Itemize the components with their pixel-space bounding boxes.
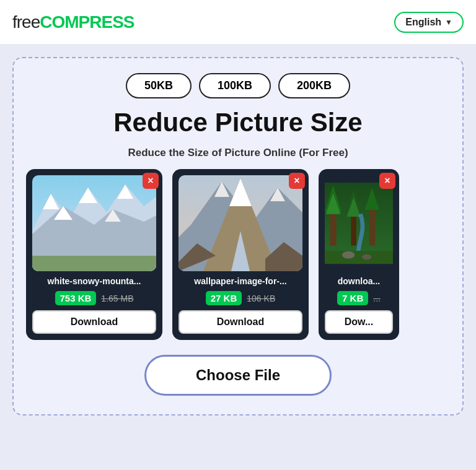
card-image-3 bbox=[325, 175, 393, 271]
image-card-1: × bbox=[26, 169, 162, 340]
upload-container: 50KB 100KB 200KB Reduce Picture Size Red… bbox=[12, 57, 464, 416]
close-button-2[interactable]: × bbox=[289, 173, 305, 189]
download-button-3[interactable]: Dow... bbox=[325, 310, 393, 334]
page-title: Reduce Picture Size bbox=[113, 108, 362, 137]
size-old-1: 1.65 MB bbox=[101, 294, 133, 303]
svg-rect-8 bbox=[32, 256, 156, 271]
preset-200kb-button[interactable]: 200KB bbox=[278, 73, 350, 98]
size-presets-row: 50KB 100KB 200KB bbox=[126, 73, 350, 98]
image-card-3: × bbox=[319, 169, 399, 340]
size-old-3: ... bbox=[373, 294, 381, 303]
choose-file-button[interactable]: Choose File bbox=[144, 355, 332, 396]
size-new-3: 7 KB bbox=[337, 291, 368, 305]
card-filename-1: white-snowy-mounta... bbox=[32, 276, 156, 286]
main-area: 50KB 100KB 200KB Reduce Picture Size Red… bbox=[0, 45, 476, 470]
svg-point-29 bbox=[362, 255, 371, 259]
logo-compress-text: COMPRESS bbox=[40, 12, 134, 32]
close-button-1[interactable]: × bbox=[143, 173, 159, 189]
logo-free-text: free bbox=[12, 12, 40, 32]
size-new-2: 27 KB bbox=[206, 291, 242, 305]
language-label: English bbox=[405, 17, 441, 28]
logo: freeCOMPRESS bbox=[12, 12, 134, 32]
card-filename-3: downloa... bbox=[325, 276, 393, 286]
download-button-1[interactable]: Download bbox=[32, 310, 156, 334]
card-sizes-2: 27 KB 106 KB bbox=[178, 291, 302, 305]
size-old-2: 106 KB bbox=[247, 294, 275, 303]
language-selector[interactable]: English ▼ bbox=[394, 12, 464, 33]
svg-rect-27 bbox=[325, 251, 393, 264]
image-card-2: × bbox=[172, 169, 309, 340]
cards-row: × bbox=[26, 169, 450, 340]
size-new-1: 753 KB bbox=[55, 291, 97, 305]
card-sizes-1: 753 KB 1.65 MB bbox=[32, 291, 156, 305]
card-image-1 bbox=[32, 175, 156, 271]
download-button-2[interactable]: Download bbox=[178, 310, 302, 334]
page-subtitle: Reduce the Size of Picture Online (For F… bbox=[128, 147, 348, 159]
card-sizes-3: 7 KB ... bbox=[325, 291, 393, 305]
chevron-down-icon: ▼ bbox=[445, 18, 452, 27]
preset-50kb-button[interactable]: 50KB bbox=[126, 73, 192, 98]
svg-point-28 bbox=[342, 251, 355, 259]
card-filename-2: wallpaper-image-for-... bbox=[178, 276, 302, 286]
card-image-2 bbox=[178, 175, 302, 271]
header: freeCOMPRESS English ▼ bbox=[0, 0, 476, 45]
close-button-3[interactable]: × bbox=[379, 173, 395, 189]
preset-100kb-button[interactable]: 100KB bbox=[199, 73, 271, 98]
